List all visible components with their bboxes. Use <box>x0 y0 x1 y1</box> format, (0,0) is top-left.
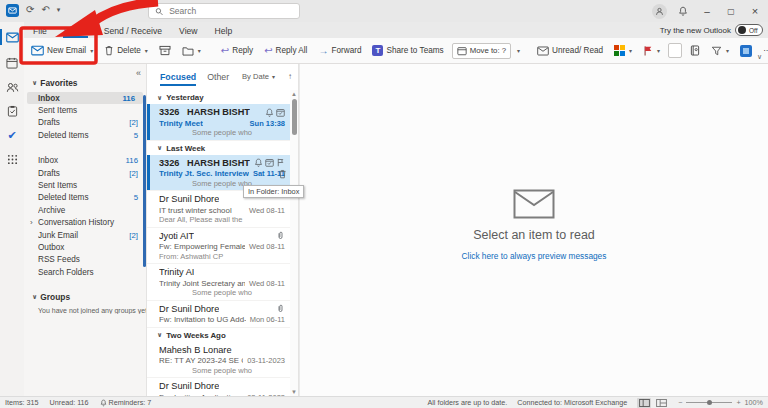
unread-read-button[interactable]: Unread/ Read <box>534 44 606 58</box>
filter-dropdown-icon[interactable]: ▾ <box>726 47 729 54</box>
delete-button[interactable]: Delete ▾ <box>101 43 151 58</box>
delete-dropdown-icon[interactable]: ▾ <box>145 47 148 54</box>
attachment-icon <box>276 304 285 313</box>
message-group-header[interactable]: ∨ Yesterday <box>147 91 290 104</box>
collapse-folder-pane-icon[interactable]: « <box>136 68 141 78</box>
delete-message-icon[interactable] <box>278 169 287 179</box>
quick-steps-dropdown-icon[interactable]: ▾ <box>517 47 520 54</box>
folder-item[interactable]: Deleted Items 5 <box>24 129 146 141</box>
folder-item[interactable]: Sent Items <box>24 179 146 191</box>
tab-view[interactable]: View <box>178 26 198 36</box>
reading-view-button[interactable] <box>637 398 651 408</box>
favorites-header[interactable]: ∨ Favorites <box>24 74 146 92</box>
folder-item[interactable]: Inbox 116 <box>24 155 146 167</box>
calendar-icon <box>6 57 18 69</box>
zoom-in-icon[interactable]: + <box>736 398 740 407</box>
message-group-header[interactable]: ∨ Last Week <box>147 142 290 155</box>
collapse-ribbon-icon[interactable]: ∨ <box>757 53 762 61</box>
undo-icon[interactable]: ↶ <box>41 3 49 17</box>
follow-up-dropdown-icon[interactable]: ▾ <box>657 47 660 54</box>
groups-header[interactable]: ∨ Groups <box>24 288 146 306</box>
reply-all-button[interactable]: ↩ Reply All <box>261 43 310 58</box>
zoom-slider-thumb[interactable] <box>707 400 712 405</box>
share-to-teams-button[interactable]: T Share to Teams <box>369 43 446 58</box>
tab-home[interactable]: Home <box>63 26 88 36</box>
folder-expander-icon[interactable]: › <box>30 218 33 227</box>
folder-item[interactable]: › Conversation History <box>24 217 146 229</box>
rail-people-button[interactable] <box>0 76 24 98</box>
zoom-out-icon[interactable]: − <box>678 398 682 407</box>
maximize-button[interactable]: ▢ <box>720 1 742 21</box>
message-list-item[interactable]: Trinity AI Trinity Joint Secretary and S… <box>147 264 290 301</box>
message-list-item[interactable]: Dr Sunil Dhore Fw: Inviting Applications… <box>147 378 290 396</box>
message-list-scrollbar[interactable]: ▲ ▼ <box>290 90 298 396</box>
minimize-button[interactable]: – <box>696 1 718 21</box>
folder-item[interactable]: Archive <box>24 204 146 216</box>
address-book-button[interactable] <box>687 43 703 58</box>
reminders-count[interactable]: Reminders: 7 <box>109 398 152 407</box>
rail-more-apps-button[interactable] <box>0 148 24 170</box>
filter-email-button[interactable]: ▾ <box>708 44 732 58</box>
always-preview-link[interactable]: Click here to always preview messages <box>462 251 607 261</box>
folder-item[interactable]: RSS Feeds <box>24 254 146 266</box>
message-list-item[interactable]: Dr Sunil Dhore Fw: Invitation to UG Add-… <box>147 301 290 328</box>
archive-button[interactable] <box>156 43 174 58</box>
scrollbar-thumb[interactable] <box>292 99 297 135</box>
message-list-item[interactable]: Mahesh B Lonare RE: TT AY 2023-24 SE COM… <box>147 342 290 379</box>
notifications-button[interactable] <box>672 1 694 21</box>
account-button[interactable] <box>648 1 670 21</box>
meeting-icon <box>265 158 274 167</box>
tab-focused[interactable]: Focused <box>160 72 196 82</box>
close-button[interactable]: × <box>744 1 766 21</box>
tab-help[interactable]: Help <box>214 26 234 36</box>
customize-quick-access-icon[interactable]: ▾ <box>57 3 61 17</box>
flag-icon[interactable] <box>276 158 285 167</box>
new-outlook-toggle[interactable]: Off <box>735 24 763 36</box>
outlook-window: ⟳ ↶ ▾ <box>0 0 768 408</box>
send-receive-icon[interactable]: ⟳ <box>26 3 34 17</box>
search-input[interactable] <box>167 5 293 17</box>
forward-button[interactable]: → Forward <box>315 43 364 58</box>
message-list-item[interactable]: 3326 HARSH BISHT Trinity Meet Sun 13:38 … <box>147 104 290 141</box>
folder-item[interactable]: Junk Email [2] <box>24 229 146 241</box>
rail-todo-button[interactable]: ✔ <box>0 124 24 146</box>
move-folder-dropdown-icon[interactable]: ▾ <box>198 47 201 54</box>
addin-button[interactable] <box>737 43 755 59</box>
rail-mail-button[interactable] <box>0 26 24 48</box>
tab-file[interactable]: File <box>32 26 48 36</box>
tab-other[interactable]: Other <box>207 72 229 82</box>
folder-name: Drafts <box>38 118 125 127</box>
new-email-dropdown-icon[interactable]: ▾ <box>90 47 93 54</box>
rail-calendar-button[interactable] <box>0 52 24 74</box>
folder-item[interactable]: Sent Items <box>24 104 146 116</box>
tab-send-receive[interactable]: Send / Receive <box>103 26 163 36</box>
message-list-item[interactable]: Jyoti AIT Fw: Empowering Female Stude...… <box>147 228 290 265</box>
move-folder-button[interactable]: ▾ <box>179 44 204 58</box>
new-email-button[interactable]: New Email ▾ <box>28 43 96 58</box>
zoom-slider[interactable] <box>686 402 732 403</box>
folder-item[interactable]: Deleted Items 5 <box>24 192 146 204</box>
message-group-header[interactable]: ∨ Two Weeks Ago <box>147 329 290 342</box>
follow-up-button[interactable]: ▾ <box>640 43 663 58</box>
sort-order-icon[interactable]: ↑ <box>288 72 292 81</box>
search-bar[interactable] <box>148 3 300 19</box>
reminder-bell-icon <box>100 399 107 407</box>
categorize-button[interactable]: ▾ <box>611 43 635 58</box>
rail-tasks-button[interactable] <box>0 100 24 122</box>
layout-view-button[interactable] <box>654 398 668 408</box>
folder-item[interactable]: Search Folders <box>24 266 146 278</box>
categorize-dropdown-icon[interactable]: ▾ <box>629 47 632 54</box>
scroll-up-icon[interactable]: ▲ <box>290 91 298 97</box>
folder-item[interactable]: Outbox <box>24 241 146 253</box>
quick-steps-move-to[interactable]: Move to: ? <box>452 43 511 59</box>
sort-by-date-button[interactable]: By Date ▾ <box>242 72 275 81</box>
zoom-level[interactable]: 100% <box>745 398 763 407</box>
folder-item[interactable]: Inbox 116 <box>27 92 143 104</box>
search-people-input[interactable] <box>673 45 677 56</box>
search-people-box[interactable] <box>668 43 682 58</box>
scroll-down-icon[interactable]: ▼ <box>290 389 298 395</box>
folder-item[interactable]: Drafts [2] <box>24 167 146 179</box>
folder-item[interactable]: Drafts [2] <box>24 117 146 129</box>
message-group-label: Two Weeks Ago <box>166 331 225 340</box>
reply-button[interactable]: ↩ Reply <box>218 43 256 58</box>
